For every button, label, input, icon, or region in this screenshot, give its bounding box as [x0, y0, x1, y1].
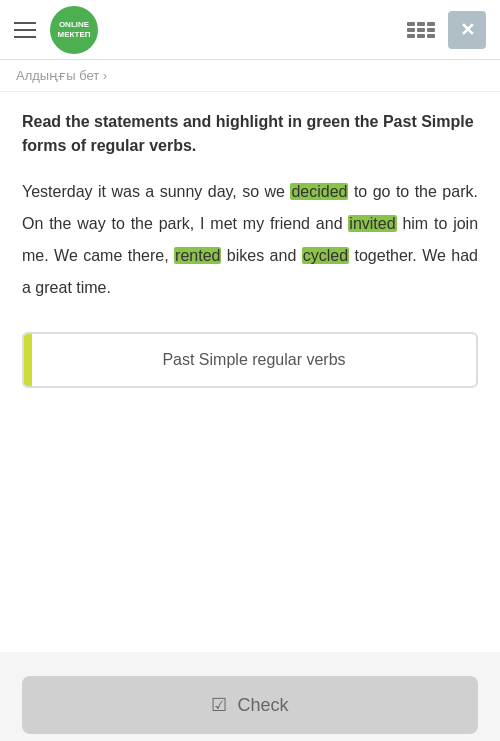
grid-view-button[interactable]	[402, 11, 440, 49]
passage-word[interactable]: so	[242, 183, 259, 200]
passage-word[interactable]: my	[243, 215, 264, 232]
passage-word[interactable]: to	[354, 183, 367, 200]
passage-word[interactable]: it	[98, 183, 106, 200]
passage-word[interactable]: way	[77, 215, 105, 232]
passage-word[interactable]: to	[111, 215, 124, 232]
grid-icon	[407, 22, 435, 38]
passage-word[interactable]: friend	[270, 215, 310, 232]
answer-box-label: Past Simple regular verbs	[32, 334, 476, 386]
check-button[interactable]: ☑ Check	[22, 676, 478, 734]
logo: ONLINE МЕКТЕП	[50, 6, 98, 54]
passage-word[interactable]: I	[200, 215, 204, 232]
passage-word[interactable]: rented	[174, 247, 221, 264]
passage-word[interactable]: and	[270, 247, 297, 264]
passage-word[interactable]: the	[49, 215, 71, 232]
passage-word[interactable]: On	[22, 215, 43, 232]
content-area: Read the statements and highlight in gre…	[0, 92, 500, 652]
passage-word[interactable]: go	[373, 183, 391, 200]
breadcrumb-text: Алдыңғы бет ›	[16, 68, 107, 83]
passage-word[interactable]: We	[54, 247, 78, 264]
passage-word[interactable]: to	[434, 215, 447, 232]
close-icon: ✕	[460, 19, 475, 41]
logo-line1: ONLINE	[59, 20, 89, 30]
passage-word[interactable]: day,	[208, 183, 237, 200]
passage-word[interactable]: met	[210, 215, 237, 232]
passage-word[interactable]: him	[402, 215, 428, 232]
passage-word[interactable]: cycled	[302, 247, 349, 264]
breadcrumb: Алдыңғы бет ›	[0, 60, 500, 92]
passage-word[interactable]: sunny	[160, 183, 203, 200]
passage-word[interactable]: was	[111, 183, 139, 200]
passage-word[interactable]: we	[265, 183, 285, 200]
passage-word[interactable]: and	[316, 215, 343, 232]
header-right: ✕	[402, 11, 486, 49]
passage-word[interactable]: to	[396, 183, 409, 200]
answer-box: Past Simple regular verbs	[22, 332, 478, 388]
answer-box-accent	[24, 334, 32, 386]
passage-word[interactable]: join	[453, 215, 478, 232]
logo-line2: МЕКТЕП	[57, 30, 90, 40]
passage-word[interactable]: park,	[159, 215, 195, 232]
passage-text: Yesterday it was a sunny day, so we deci…	[22, 176, 478, 304]
passage-word[interactable]: We	[422, 247, 446, 264]
passage-word[interactable]: bikes	[227, 247, 264, 264]
passage-word[interactable]: great	[35, 279, 71, 296]
passage-word[interactable]: the	[131, 215, 153, 232]
passage-word[interactable]: invited	[348, 215, 396, 232]
passage-word[interactable]: there,	[128, 247, 169, 264]
menu-icon[interactable]	[14, 22, 36, 38]
passage-word[interactable]: me.	[22, 247, 49, 264]
header-left: ONLINE МЕКТЕП	[14, 6, 98, 54]
app-header: ONLINE МЕКТЕП ✕	[0, 0, 500, 60]
passage-word[interactable]: decided	[290, 183, 348, 200]
passage-word[interactable]: park.	[442, 183, 478, 200]
check-button-wrapper: ☑ Check	[0, 652, 500, 741]
close-button[interactable]: ✕	[448, 11, 486, 49]
passage-word[interactable]: together.	[354, 247, 416, 264]
passage-word[interactable]: had	[451, 247, 478, 264]
check-icon: ☑	[211, 694, 227, 716]
passage-word[interactable]: a	[145, 183, 154, 200]
passage-word[interactable]: time.	[76, 279, 111, 296]
instruction-text: Read the statements and highlight in gre…	[22, 110, 478, 158]
passage-word[interactable]: came	[83, 247, 122, 264]
passage-word[interactable]: the	[415, 183, 437, 200]
passage-word[interactable]: Yesterday	[22, 183, 93, 200]
check-button-label: Check	[237, 695, 288, 716]
passage-word[interactable]: a	[22, 279, 31, 296]
